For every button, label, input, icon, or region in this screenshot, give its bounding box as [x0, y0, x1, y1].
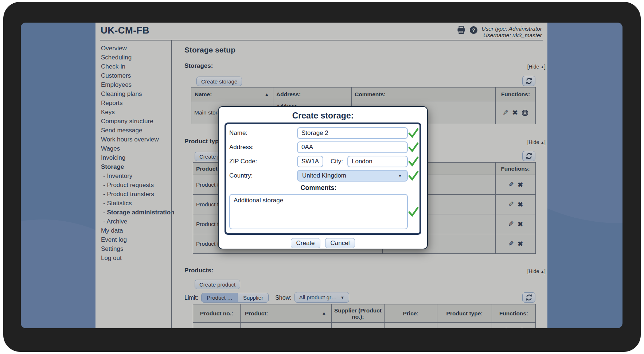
valid-check-icon — [408, 128, 419, 138]
browser-viewport: UK-CM-FB ? User type: Administrator User… — [21, 23, 622, 328]
city-label: City: — [331, 158, 343, 165]
name-field[interactable] — [297, 127, 408, 139]
dialog-title: Create storage: — [219, 111, 427, 121]
zip-field[interactable] — [297, 156, 323, 167]
create-button[interactable]: Create — [291, 238, 320, 248]
address-label: Address: — [229, 144, 297, 151]
name-label: Name: — [229, 129, 297, 137]
comments-row: Additional storage — [229, 194, 417, 229]
name-row: Name: — [229, 127, 417, 139]
valid-check-icon — [408, 156, 419, 167]
valid-check-icon — [408, 171, 419, 181]
dialog-buttons: Create Cancel — [219, 238, 427, 248]
comments-label-row: Comments: — [229, 184, 417, 192]
address-field[interactable] — [297, 141, 408, 153]
comments-field[interactable]: Additional storage — [229, 194, 408, 229]
chevron-down-icon: ▼ — [398, 174, 402, 178]
country-value: United Kingdom — [302, 172, 346, 179]
country-dropdown[interactable]: United Kingdom ▼ — [297, 170, 408, 182]
create-storage-dialog: Create storage: Name: Address: ZIP Code:… — [218, 106, 428, 249]
comments-label: Comments: — [229, 184, 408, 192]
city-field[interactable] — [347, 156, 408, 167]
zip-city-row: ZIP Code: City: — [229, 156, 417, 167]
country-label: Country: — [229, 172, 297, 179]
valid-check-icon — [408, 207, 419, 217]
valid-check-icon — [408, 142, 419, 152]
zip-label: ZIP Code: — [229, 158, 297, 165]
cancel-button[interactable]: Cancel — [325, 238, 355, 248]
address-row: Address: — [229, 141, 417, 153]
country-row: Country: United Kingdom ▼ — [229, 170, 417, 182]
dialog-fieldset: Name: Address: ZIP Code: City: Country: — [225, 122, 421, 235]
